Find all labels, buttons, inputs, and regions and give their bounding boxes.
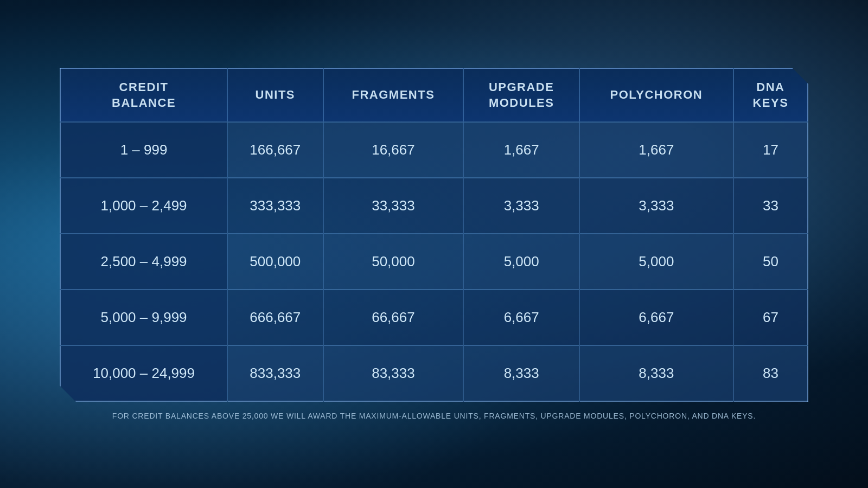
cell-polychoron: 6,667 — [579, 290, 733, 345]
cell-fragments: 83,333 — [323, 345, 464, 401]
cell-polychoron: 3,333 — [579, 178, 733, 234]
cell-dna_keys: 67 — [733, 290, 808, 345]
cell-dna_keys: 17 — [733, 122, 808, 178]
cell-credit_balance: 5,000 – 9,999 — [60, 290, 227, 345]
cell-dna_keys: 33 — [733, 178, 808, 234]
cell-upgrade_modules: 8,333 — [463, 345, 579, 401]
cell-dna_keys: 50 — [733, 234, 808, 290]
cell-units: 500,000 — [227, 234, 323, 290]
cell-upgrade_modules: 6,667 — [463, 290, 579, 345]
cell-upgrade_modules: 5,000 — [463, 234, 579, 290]
cell-dna_keys: 83 — [733, 345, 808, 401]
cell-credit_balance: 10,000 – 24,999 — [60, 345, 227, 401]
column-header-upgrade_modules: UPGRADEMODULES — [463, 68, 579, 122]
main-container: CREDITBALANCEUNITSFRAGMENTSUPGRADEMODULE… — [60, 68, 808, 420]
cell-upgrade_modules: 3,333 — [463, 178, 579, 234]
column-header-dna_keys: DNAKEYS — [733, 68, 808, 122]
cell-polychoron: 1,667 — [579, 122, 733, 178]
cell-units: 333,333 — [227, 178, 323, 234]
column-header-fragments: FRAGMENTS — [323, 68, 464, 122]
table-row: 2,500 – 4,999500,00050,0005,0005,00050 — [60, 234, 808, 290]
cell-units: 666,667 — [227, 290, 323, 345]
cell-fragments: 50,000 — [323, 234, 464, 290]
rewards-table: CREDITBALANCEUNITSFRAGMENTSUPGRADEMODULE… — [60, 68, 808, 402]
cell-credit_balance: 2,500 – 4,999 — [60, 234, 227, 290]
column-header-units: UNITS — [227, 68, 323, 122]
column-header-polychoron: POLYCHORON — [579, 68, 733, 122]
table-row: 10,000 – 24,999833,33383,3338,3338,33383 — [60, 345, 808, 401]
cell-units: 166,667 — [227, 122, 323, 178]
cell-credit_balance: 1,000 – 2,499 — [60, 178, 227, 234]
cell-fragments: 16,667 — [323, 122, 464, 178]
cell-credit_balance: 1 – 999 — [60, 122, 227, 178]
cell-fragments: 33,333 — [323, 178, 464, 234]
table-row: 1 – 999166,66716,6671,6671,66717 — [60, 122, 808, 178]
cell-units: 833,333 — [227, 345, 323, 401]
table-row: 1,000 – 2,499333,33333,3333,3333,33333 — [60, 178, 808, 234]
cell-fragments: 66,667 — [323, 290, 464, 345]
cell-polychoron: 5,000 — [579, 234, 733, 290]
cell-upgrade_modules: 1,667 — [463, 122, 579, 178]
table-row: 5,000 – 9,999666,66766,6676,6676,66767 — [60, 290, 808, 345]
cell-polychoron: 8,333 — [579, 345, 733, 401]
column-header-credit_balance: CREDITBALANCE — [60, 68, 227, 122]
footnote-text: FOR CREDIT BALANCES ABOVE 25,000 WE WILL… — [60, 412, 808, 420]
